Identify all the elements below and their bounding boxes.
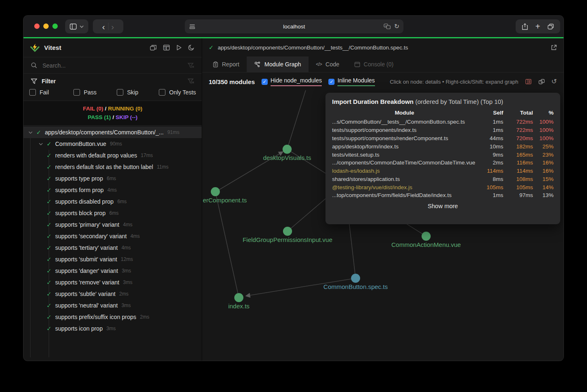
clear-search-filter-icon[interactable] xyxy=(188,63,194,68)
back-button[interactable]: ‹ xyxy=(102,22,105,31)
percent: 14% xyxy=(533,183,554,191)
test-tree: ✓ apps/desktop/components/CommonButton/_… xyxy=(24,126,202,361)
reader-icon[interactable] xyxy=(189,24,196,29)
url-bar[interactable]: localhost A ↻ xyxy=(185,19,403,33)
test-row[interactable]: ✓supports 'subtle' variant2ms xyxy=(24,288,202,300)
module-node[interactable] xyxy=(283,227,292,236)
test-row[interactable]: ✓supports 'danger' variant3ms xyxy=(24,265,202,277)
checkbox-checked-icon[interactable]: ✓ xyxy=(328,79,335,85)
tab-console[interactable]: Console (0) xyxy=(347,56,401,72)
module-duration-row[interactable]: tests/vitest.setup.ts9ms165ms23% xyxy=(332,150,554,159)
test-row[interactable]: ✓renders with default prop values17ms xyxy=(24,150,202,161)
test-rows: ✓renders with default prop values17ms✓re… xyxy=(24,150,202,334)
module-duration-row[interactable]: @testing-library/vue/dist/index.js105ms1… xyxy=(332,183,554,191)
test-row[interactable]: ✓supports icon prop3ms xyxy=(24,323,202,334)
minimize-button[interactable] xyxy=(43,23,49,29)
checkbox-only-tests[interactable]: Only Tests xyxy=(159,89,196,96)
test-row[interactable]: ✓supports form prop4ms xyxy=(24,184,202,196)
reset-view-icon[interactable]: ↺ xyxy=(552,78,557,85)
module-duration-row[interactable]: lodash-es/lodash.js114ms114ms16% xyxy=(332,167,554,175)
test-row[interactable]: ✓supports disabled prop6ms xyxy=(24,196,202,207)
test-row[interactable]: ✓supports 'submit' variant12ms xyxy=(24,254,202,265)
vitest-sidebar: Vitest 31 xyxy=(24,38,202,361)
test-row[interactable]: ✓supports prefix/suffix icon props2ms xyxy=(24,311,202,323)
percent: 100% xyxy=(533,118,554,126)
search-input[interactable] xyxy=(42,62,183,69)
checkbox-checked-icon[interactable]: ✓ xyxy=(262,79,268,85)
test-row[interactable]: ✓supports block prop6ms xyxy=(24,207,202,219)
module-name: tests/vitest.setup.ts xyxy=(332,150,477,159)
indent-guide xyxy=(30,138,31,357)
clear-filter-icon[interactable] xyxy=(188,78,194,84)
module-duration-row[interactable]: ...s/CommonButton/__tests__/CommonButton… xyxy=(332,118,554,126)
dark-mode-icon[interactable] xyxy=(188,45,194,51)
test-row[interactable]: ✓supports 'secondary' variant4ms xyxy=(24,230,202,242)
show-more-button[interactable]: Show more xyxy=(332,203,554,209)
reload-icon[interactable]: ↻ xyxy=(394,23,399,30)
forward-button[interactable]: › xyxy=(111,22,114,31)
module-duration-row[interactable]: ...top/components/Form/fields/FieldDate/… xyxy=(332,191,554,200)
module-node-label: index.ts xyxy=(228,303,250,310)
zoom-button[interactable] xyxy=(52,23,58,29)
search-icon xyxy=(31,62,37,68)
sidebar-toggle-button[interactable] xyxy=(65,19,88,33)
module-duration-row[interactable]: shared/stores/application.ts8ms108ms15% xyxy=(332,175,554,183)
test-row[interactable]: ✓renders default slot as the button labe… xyxy=(24,161,202,173)
test-row[interactable]: ✓supports 'primary' variant4ms xyxy=(24,219,202,230)
close-button[interactable] xyxy=(34,23,40,29)
module-node[interactable] xyxy=(351,274,360,283)
test-row[interactable]: ✓supports 'neutral' variant3ms xyxy=(24,300,202,311)
module-duration-row[interactable]: apps/desktop/form/index.ts10ms182ms25% xyxy=(332,142,554,150)
checkbox-skip-box[interactable] xyxy=(117,89,123,96)
total-time: 105ms xyxy=(503,183,533,191)
checkbox-skip[interactable]: Skip xyxy=(117,89,159,96)
module-node[interactable] xyxy=(211,187,220,196)
module-graph-canvas[interactable]: desktopVisuals.tserComponent.tsFieldGrou… xyxy=(202,90,563,361)
module-duration-row[interactable]: tests/support/components/index.ts1ms722m… xyxy=(332,126,554,134)
run-all-icon[interactable] xyxy=(176,45,182,51)
browser-window: ‹ › localhost A ↻ xyxy=(24,16,563,361)
hide-node-modules-checkbox[interactable]: ✓ Hide node_modules xyxy=(262,77,322,86)
total-time: 720ms xyxy=(503,134,533,143)
chevron-down-icon xyxy=(80,25,84,28)
test-row[interactable]: ✓supports type prop6ms xyxy=(24,173,202,184)
tabs-overview-icon[interactable] xyxy=(547,23,554,30)
tab-module-graph[interactable]: Module Graph xyxy=(247,56,309,72)
collapse-windows-icon[interactable] xyxy=(150,45,157,51)
chevron-down-icon[interactable] xyxy=(28,131,33,134)
module-node[interactable] xyxy=(283,145,292,154)
total-time: 97ms xyxy=(503,191,533,200)
file-header: ✓ apps/desktop/components/CommonButton/_… xyxy=(202,38,563,56)
dashboard-icon[interactable]: 31 xyxy=(163,45,170,51)
checkbox-pass-box[interactable] xyxy=(73,89,80,96)
test-suite-row[interactable]: ✓ CommonButton.vue 90ms xyxy=(24,138,202,150)
module-duration-row[interactable]: tests/support/components/renderComponent… xyxy=(332,134,554,143)
checkbox-fail-box[interactable] xyxy=(29,89,36,96)
inline-modules-checkbox[interactable]: ✓ Inline Modules xyxy=(328,77,375,86)
module-name: tests/support/components/renderComponent… xyxy=(332,134,477,143)
module-name: @testing-library/vue/dist/index.js xyxy=(332,183,477,191)
new-tab-icon[interactable]: + xyxy=(535,22,540,31)
test-file-name: apps/desktop/components/CommonButton/_..… xyxy=(45,129,164,136)
open-external-icon[interactable] xyxy=(551,45,557,51)
total-time: 722ms xyxy=(503,118,533,126)
test-file-row[interactable]: ✓ apps/desktop/components/CommonButton/_… xyxy=(24,127,202,138)
import-duration-table: Module Self Total % ...s/CommonButton/__… xyxy=(332,109,554,200)
checkbox-fail[interactable]: Fail xyxy=(29,89,73,96)
module-node[interactable] xyxy=(422,232,431,241)
checkbox-only-tests-box[interactable] xyxy=(159,89,165,96)
legend-icon[interactable] xyxy=(525,79,532,85)
checkbox-pass[interactable]: Pass xyxy=(73,89,117,96)
translate-icon[interactable]: A xyxy=(384,23,391,29)
tab-report[interactable]: Report xyxy=(205,56,247,72)
test-row[interactable]: ✓supports 'remove' variant3ms xyxy=(24,277,202,288)
test-row[interactable]: ✓supports 'tertiary' variant4ms xyxy=(24,242,202,254)
module-node[interactable] xyxy=(234,293,243,302)
expand-frames-icon[interactable] xyxy=(538,79,545,85)
module-duration-row[interactable]: .../components/CommonDateTime/CommonDate… xyxy=(332,159,554,167)
test-time: 3ms xyxy=(122,268,131,274)
share-icon[interactable] xyxy=(522,23,528,30)
chevron-down-icon[interactable] xyxy=(39,143,43,146)
tab-code[interactable]: </> Code xyxy=(309,56,347,72)
test-name: supports block prop xyxy=(55,210,106,216)
